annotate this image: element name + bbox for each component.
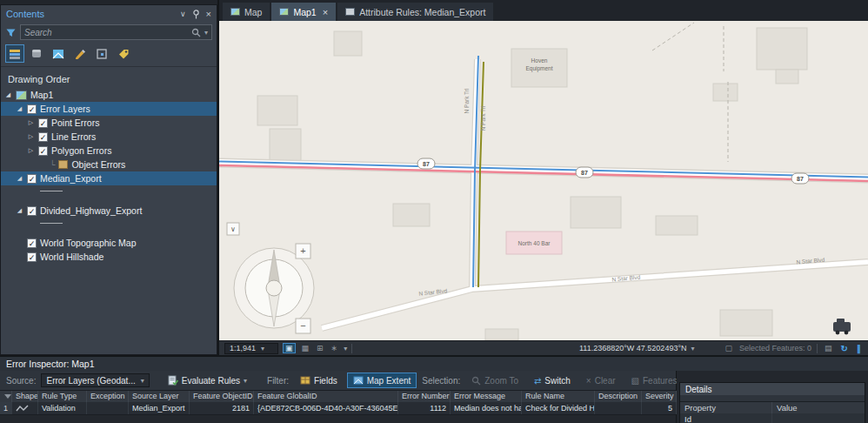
layer-item-polygon-errors[interactable]: ▷✓Polygon Errors — [1, 144, 217, 158]
layer-item-divided_highway_export[interactable]: ◢✓Divided_Highway_Export — [1, 204, 217, 218]
list-by-drawing-order-button[interactable] — [5, 44, 24, 63]
error-cell[interactable]: 5 — [642, 402, 677, 414]
details-column-value[interactable]: Value — [772, 402, 865, 413]
layer-item-world-topographic-map[interactable]: ✓World Topographic Map — [1, 236, 217, 250]
clear-selection-button[interactable]: × Clear — [580, 373, 622, 388]
compass-rose[interactable] — [234, 248, 314, 328]
statusbar-grid-icon[interactable]: ▦ — [300, 344, 311, 352]
error-cell[interactable] — [87, 402, 129, 414]
layer-visibility-checkbox[interactable]: ✓ — [27, 104, 37, 114]
tab-attribute-rules[interactable]: Attribute Rules: Median_Export — [337, 3, 493, 21]
details-column-property[interactable]: Property — [680, 402, 772, 413]
map-canvas[interactable]: 87 87 87 N Park Trl N Park Trl N Star Bl… — [219, 21, 868, 340]
chevron-down-icon[interactable]: ▾ — [344, 345, 347, 352]
tab-map[interactable]: Map — [223, 3, 270, 21]
layer-visibility-checkbox[interactable]: ✓ — [27, 252, 37, 262]
zoom-in-button[interactable]: + — [296, 244, 310, 258]
error-cell[interactable]: {ADE872CB-006D-4D40-A30F-436045EFB315} — [254, 402, 398, 414]
evaluate-rules-icon — [168, 375, 178, 386]
zoom-out-button[interactable]: − — [296, 319, 310, 333]
column-header-rule-type[interactable]: Rule Type — [38, 391, 87, 402]
column-header-description[interactable]: Description — [595, 391, 642, 402]
features-button[interactable]: ▧ Features — [625, 373, 684, 388]
column-header-error-message[interactable]: Error Message — [451, 391, 522, 402]
column-header-exception[interactable]: Exception — [87, 391, 129, 402]
column-header-row-selector[interactable] — [0, 391, 12, 402]
source-combo[interactable]: Error Layers (Geodat... ▾ — [41, 373, 149, 387]
search-input[interactable] — [24, 28, 188, 37]
layer-visibility-checkbox[interactable]: ✓ — [38, 146, 48, 156]
details-title: Details — [685, 385, 712, 394]
list-by-selection-button[interactable] — [49, 44, 68, 63]
layer-item-point-errors[interactable]: ▷✓Point Errors — [1, 116, 217, 130]
close-icon[interactable]: × — [206, 9, 211, 19]
layer-visibility-checkbox[interactable]: ✓ — [27, 206, 37, 216]
layer-item-map1[interactable]: ◢Map1 — [1, 88, 217, 102]
error-table-row[interactable]: 1ValidationMedian_Export2181{ADE872CB-00… — [0, 402, 676, 415]
column-header-source-layer[interactable]: Source Layer — [129, 391, 190, 402]
map-scale-combo[interactable]: 1:1,941 ▾ — [224, 343, 278, 354]
error-cell[interactable]: Check for Divided Hig... — [522, 402, 595, 414]
coordinates-readout[interactable]: 111.2368820°W 47.5202493°N ▾ — [579, 344, 694, 352]
statusbar-navigate-icon[interactable]: ▣ — [283, 343, 296, 353]
layer-visibility-checkbox[interactable]: ✓ — [27, 174, 37, 184]
layer-item-median_export[interactable]: ◢✓Median_Export — [1, 171, 217, 185]
error-cell[interactable]: Validation — [38, 402, 87, 414]
switch-selection-button[interactable]: ⇄ Switch — [528, 373, 577, 388]
pause-drawing-icon[interactable]: ∥ — [855, 344, 863, 353]
error-cell[interactable]: 2181 — [190, 402, 254, 414]
map-viewport[interactable]: 87 87 87 N Park Trl N Park Trl N Star Bl… — [219, 21, 868, 340]
evaluate-rules-button[interactable]: Evaluate Rules ▾ — [162, 373, 253, 388]
column-header-feature-objectid[interactable]: Feature ObjectID — [190, 391, 254, 402]
collapse-icon[interactable]: ◢ — [16, 105, 23, 112]
line-symbol-swatch[interactable] — [40, 191, 63, 191]
layer-visibility-checkbox[interactable]: ✓ — [27, 238, 37, 248]
error-cell[interactable]: Median_Export — [129, 402, 190, 414]
layer-item-object-errors[interactable]: └Object Errors — [1, 158, 217, 171]
expand-icon[interactable]: ▷ — [27, 147, 35, 154]
column-header-shape[interactable]: Shape — [12, 391, 38, 402]
column-header-severity[interactable]: Severity — [642, 391, 677, 402]
layer-visibility-checkbox[interactable]: ✓ — [38, 132, 48, 142]
list-by-editing-button[interactable] — [70, 44, 90, 63]
search-icon[interactable] — [191, 28, 201, 37]
details-row[interactable]: Id — [680, 413, 865, 423]
statusbar-list-icon[interactable]: ▤ — [823, 344, 834, 352]
collapse-icon[interactable]: ◢ — [16, 207, 23, 214]
column-header-feature-globalid[interactable]: Feature GlobalID — [254, 391, 398, 402]
chevron-down-icon[interactable]: ∨ — [180, 10, 186, 18]
error-cell[interactable] — [595, 402, 642, 414]
layer-item-line-errors[interactable]: ▷✓Line Errors — [1, 130, 217, 144]
layer-item-error-layers[interactable]: ◢✓Error Layers — [1, 102, 217, 116]
collapse-icon[interactable]: ◢ — [16, 175, 23, 182]
list-by-source-button[interactable] — [27, 44, 46, 63]
column-header-rule-name[interactable]: Rule Name — [522, 391, 595, 402]
fields-filter-button[interactable]: Fields — [294, 373, 344, 388]
switch-icon: ⇄ — [534, 376, 541, 386]
map-extent-filter-button[interactable]: Map Extent — [347, 373, 417, 388]
chevron-down-icon[interactable]: ▾ — [204, 29, 208, 37]
tab-map1[interactable]: Map1 × — [271, 3, 336, 21]
statusbar-pan-icon[interactable]: ∗ — [330, 344, 340, 352]
list-by-snapping-button[interactable] — [92, 44, 111, 63]
filter-funnel-icon[interactable] — [5, 27, 17, 38]
error-cell[interactable]: 1112 — [398, 402, 451, 414]
expand-icon[interactable]: ▷ — [27, 119, 35, 126]
error-inspector-title: Error Inspector: Map1 — [0, 357, 868, 371]
column-header-error-number[interactable]: Error Number — [398, 391, 451, 402]
list-by-labeling-button[interactable] — [114, 44, 133, 63]
zoom-to-button[interactable]: Zoom To — [465, 373, 524, 388]
refresh-icon[interactable]: ↻ — [839, 344, 850, 353]
layer-visibility-checkbox[interactable]: ✓ — [38, 118, 48, 128]
line-symbol-swatch[interactable] — [40, 223, 63, 224]
layer-item-world-hillshade[interactable]: ✓World Hillshade — [1, 250, 217, 264]
expand-icon[interactable]: ▷ — [27, 133, 35, 140]
close-icon[interactable]: × — [323, 7, 328, 17]
pin-icon[interactable] — [192, 10, 200, 19]
collapse-icon[interactable]: ◢ — [4, 91, 12, 98]
statusbar-snap-icon[interactable]: ⊞ — [315, 344, 325, 352]
shape-cell[interactable] — [12, 402, 38, 414]
error-cell[interactable]: Median does not hav... — [451, 402, 522, 414]
overview-collapse-button[interactable]: ∨ — [227, 223, 239, 235]
error-cell[interactable]: 1 — [0, 402, 12, 414]
